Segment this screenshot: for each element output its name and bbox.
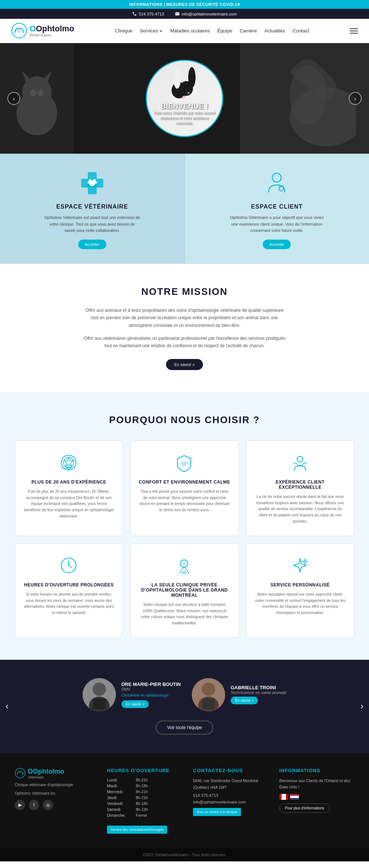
team-info-1: GABRIELLE TROINI Technicienne en santé a… [231,685,286,704]
logo-O: O [30,24,36,33]
footer-horaires-mercredi: Mercredi:8h-21h [107,789,182,794]
email-address: info@ophtalmoveterinaire.com [182,12,237,16]
espace-vet-card: ESPACE VÉTÉRINAIRE Ophtolmo Vétérinaire … [0,154,185,264]
espace-vet-text: Ophtolmo Vétérinaire est avant tout une … [44,215,140,234]
mission-section: NOTRE MISSION Offrir aux animaux et à le… [0,264,369,392]
team-avatar-1 [192,678,225,711]
instagram-icon[interactable]: ◎ [43,800,53,810]
mission-para2: Offrir aux vétérinaires généralistes un … [83,335,286,350]
svg-point-33 [181,461,183,463]
team-cards: DRE MARIE-PIER BOUTIN DMV Clinicienne en… [55,678,314,711]
hero-title: BIENVENUE ! [151,102,218,111]
svg-rect-53 [202,698,215,710]
nav-services[interactable]: Services [139,28,163,34]
team-name-0: DRE MARIE-PIER BOUTIN [121,681,181,687]
hamburger-menu[interactable] [350,28,358,34]
espace-vet-btn[interactable]: Accéder [78,240,106,249]
svg-point-36 [187,463,189,465]
team-section: ‹ DRE MARIE-PIER BOUTIN DMV Clinicienne … [0,660,369,753]
team-btn-0[interactable]: En savoir + [121,700,149,708]
svg-point-18 [182,96,185,98]
hero-subtitle: Vous serez charmés par notre accueil cha… [151,111,218,126]
svg-point-47 [93,683,106,696]
nav-actualites[interactable]: Actualités [264,28,285,34]
voir-equipe-btn[interactable]: Voir toute l'équipe [156,721,213,735]
feature-text-4: Notre clinique est une structure à taill… [138,602,231,626]
phone-link[interactable]: 514 375-4713 [132,11,164,16]
nav-maladies[interactable]: Maladies oculaires [170,28,210,34]
feature-title-2: EXPÉRIENCE CLIENT EXCEPTIONNELLE [254,480,346,490]
footer-contact-title: CONTACTEZ-NOUS [193,768,268,773]
footer-horaires-dimanche: Dimanche:Fermé [107,813,182,818]
topbar-text: INFORMATIONS | MESURES DE SÉCURITÉ COVID… [129,2,240,7]
svg-point-31 [63,457,74,468]
svg-point-26 [87,181,90,184]
feature-card-heures: HEURES D'OUVERTURE PROLONGÉES Si votre h… [15,543,123,638]
team-card-0: DRE MARIE-PIER BOUTIN DMV Clinicienne en… [83,678,181,711]
hero-section: BIENVENUE ! Vous serez charmés par notre… [0,43,369,154]
team-next-button[interactable]: › [361,701,363,711]
feature-text-5: Notre réputation repose sur notre approc… [254,591,346,616]
mission-btn[interactable]: En savoir » [166,359,203,370]
footer-horaires-vendredi: Vendredi:8h-16h [107,801,182,806]
footer-horaires-lundi: Lundi:8h-21h [107,778,182,782]
team-btn-1[interactable]: En savoir + [231,697,258,704]
footer-horaires-mardi: Mardi:8h-18h [107,784,182,788]
footer: OOphtolmo Vétérinaire Clinique vétérinai… [0,753,369,848]
espace-client-btn[interactable]: Accéder [263,240,291,249]
footer-social: ▶ f ◎ [15,800,96,810]
nav-links: Clinique Services Maladies oculaires Équ… [115,28,309,34]
feature-text-3: Si votre horaire ne permet pas de prendr… [23,591,115,616]
phone-number: 514 375-4713 [139,12,164,16]
youtube-icon[interactable]: ▶ [15,800,25,810]
feature-card-clinique: LA SEULE CLINIQUE PRIVÉE D'OPHTALMOLOGIE… [130,543,238,638]
service-icon [289,555,311,577]
feature-card-service: SERVICE PERSONNALISÉ Notre réputation re… [246,543,354,638]
espace-section: ESPACE VÉTÉRINAIRE Ophtolmo Vétérinaire … [0,154,369,264]
nav-equipe[interactable]: Équipe [217,28,232,34]
logo-name: Ophtolmo [36,24,74,33]
svg-point-54 [15,768,25,778]
footer-col-horaires: HEURES D'OUVERTURE Lundi:8h-21h Mardi:8h… [107,768,182,834]
mission-title: NOTRE MISSION [44,286,325,297]
top-bar: INFORMATIONS | MESURES DE SÉCURITÉ COVID… [0,0,369,9]
footer-tagline2: Ophtolmo Vétérinaire inc. [15,791,96,796]
email-link[interactable]: info@ophtalmoveterinaire.com [175,11,237,16]
usa-flag [290,794,299,800]
nav-carriere[interactable]: Carrière [239,28,257,34]
svg-point-6 [30,89,36,97]
svg-marker-4 [22,71,31,82]
team-role-0: DMV [121,687,181,691]
feature-title-1: CONFORT ET ENVIRONNEMENT CALME [138,480,231,485]
experience-icon [58,452,80,474]
footer-horaires-btn[interactable]: Horaire des consultations/chirurgies [107,826,167,834]
clinique-icon [173,555,196,577]
team-card-1: GABRIELLE TROINI Technicienne en santé a… [192,678,286,711]
hero-center: BIENVENUE ! Vous serez charmés par notre… [146,60,223,137]
nav-clinique[interactable]: Clinique [115,28,132,34]
footer-logo: Ophtolmo [33,768,64,775]
feature-card-client: EXPÉRIENCE CLIENT EXCEPTIONNELLE La clé … [246,440,354,536]
footer-info-text: Bienvenue aux Clients de l'Ontario et de… [279,778,354,790]
pourquoi-title: POURQUOI NOUS CHOISIR ? [15,414,354,426]
footer-plus-info-btn[interactable]: Pour plus d'informations [279,803,330,813]
svg-point-51 [202,683,215,696]
nav-contact[interactable]: Contact [293,28,309,34]
footer-flags [279,794,354,800]
contact-bar: 514 375-4713 info@ophtalmoveterinaire.co… [0,9,369,19]
mission-para1: Offrir aux animaux et à leurs propriétai… [83,307,286,329]
feature-title-4: LA SEULE CLINIQUE PRIVÉE D'OPHTALMOLOGIE… [138,582,231,598]
team-prev-button[interactable]: ‹ [6,701,8,711]
svg-point-37 [297,456,303,462]
footer-directions-btn[interactable]: Pour se rendre à la clinique [193,808,241,816]
svg-point-34 [185,461,187,463]
heures-icon [58,555,80,577]
logo[interactable]: OOphtolmo Vétérinaire [11,22,74,39]
hero-prev-button[interactable]: ‹ [7,92,20,105]
hero-text: BIENVENUE ! Vous serez charmés par notre… [151,102,218,126]
svg-rect-49 [93,698,106,710]
hero-next-button[interactable]: › [349,92,362,105]
facebook-icon[interactable]: f [29,800,39,810]
svg-point-17 [188,92,189,93]
team-name-1: GABRIELLE TROINI [231,685,286,690]
